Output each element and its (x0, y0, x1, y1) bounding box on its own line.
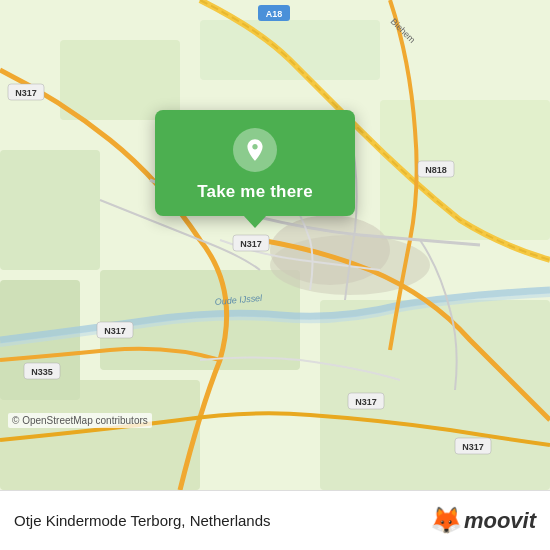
svg-text:N317: N317 (104, 326, 126, 336)
take-me-there-button[interactable]: Take me there (155, 110, 355, 216)
svg-text:N317: N317 (355, 397, 377, 407)
location-pin-icon (242, 137, 268, 163)
moovit-brand-text: moovit (464, 508, 536, 534)
map-container: A18 N317 N818 N317 N317 N335 N317 N317 O… (0, 0, 550, 490)
svg-text:N335: N335 (31, 367, 53, 377)
moovit-logo: 🦊 moovit (430, 505, 536, 536)
moovit-fox-icon: 🦊 (430, 505, 462, 536)
svg-text:N317: N317 (240, 239, 262, 249)
svg-text:N317: N317 (462, 442, 484, 452)
svg-text:N818: N818 (425, 165, 447, 175)
svg-text:A18: A18 (266, 9, 283, 19)
take-me-there-label: Take me there (197, 182, 313, 202)
svg-text:N317: N317 (15, 88, 37, 98)
location-icon-circle (233, 128, 277, 172)
map-attribution: © OpenStreetMap contributors (8, 413, 152, 428)
bottom-bar: Otje Kindermode Terborg, Netherlands 🦊 m… (0, 490, 550, 550)
location-info: Otje Kindermode Terborg, Netherlands (14, 512, 271, 529)
svg-rect-4 (0, 150, 100, 270)
svg-rect-3 (200, 20, 380, 80)
svg-rect-2 (60, 40, 180, 120)
location-name: Otje Kindermode Terborg, Netherlands (14, 512, 271, 529)
